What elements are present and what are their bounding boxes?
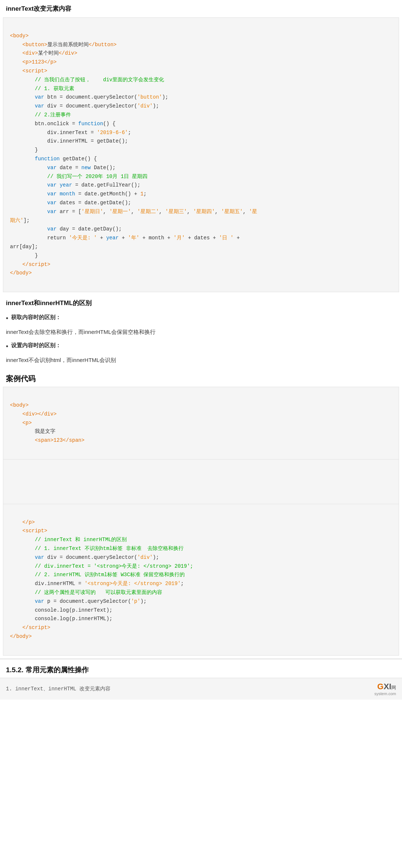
- section-heading-3: 案例代码: [0, 368, 402, 387]
- code-line-comment1: // 当我们点击了按钮， div里面的文字会发生变化: [10, 77, 164, 83]
- code-block-2-top: <body> <div></div> <p> 我是文字 <span>123</s…: [0, 387, 402, 459]
- code-line-day: var day = date.getDay();: [10, 226, 122, 232]
- code-line-innertext: div.innerText = '2019-6-6';: [10, 130, 131, 136]
- code-line-innerhtml: div.innerHTML = getDate();: [10, 138, 128, 144]
- text-2: innerText不会识别html，而innerHTML会识别: [0, 353, 402, 368]
- code2-line-div: <div></div>: [10, 411, 57, 417]
- code-line-div2: var div = document.querySelector('div');: [10, 103, 159, 109]
- logo-net: 网: [391, 685, 396, 690]
- code-line-getdate-func: function getDate() {: [10, 156, 97, 162]
- section-title-1: innerText改变元素内容: [0, 0, 402, 17]
- code-line-date: var date = new Date();: [10, 165, 116, 171]
- blank-space: [3, 459, 399, 504]
- logo-domain: system.com: [374, 691, 396, 696]
- code-line-onclick: btn.onclick = function() {: [10, 121, 116, 127]
- code2-console1: console.log(p.innerText);: [10, 607, 112, 613]
- bullet-item-2: • 设置内容时的区别：: [0, 340, 402, 353]
- code2-comment2: // 1. innerText 不识别html标签 非标准 去除空格和换行: [10, 546, 184, 551]
- code2-comment3: // div.innerText = '<strong>今天是: </stron…: [10, 563, 193, 569]
- code-block-2-bottom: </p> <script> // innerText 和 innerHTML的区…: [0, 504, 402, 656]
- code2-line-div2: var div = document.querySelector('div');: [10, 554, 159, 560]
- code-line-btn: var btn = document.querySelector('button…: [10, 94, 168, 100]
- code-line-p: <p>1123</p>: [10, 59, 57, 65]
- code-line-button: <button>显示当前系统时间</button>: [10, 42, 116, 48]
- tag-body2-open: <body>: [10, 402, 28, 408]
- code-line-arr: var arr = ['星期日', '星期一', '星期二', '星期三', '…: [10, 209, 257, 223]
- code-block-1: <body> <button>显示当前系统时间</button> <div>某个…: [0, 17, 402, 292]
- code-line-body-close: </body>: [10, 270, 32, 276]
- code-line-return: return '今天是: ' + year + '年' + month + '月…: [10, 235, 240, 250]
- bottom-bar: 1. innerText、innerHTML 改变元素内容 GXI网 syste…: [0, 678, 402, 700]
- tag-body-open: <body>: [10, 33, 28, 39]
- code-line-script-open: <script>: [10, 68, 47, 74]
- logo-g: G: [377, 682, 384, 691]
- code-line-year: var year = date.getFullYear();: [10, 182, 140, 188]
- code2-innerhtml: div.innerHTML = '<strong>今天是: </strong> …: [10, 581, 184, 587]
- code-line-month: var month = date.getMonth() + 1;: [10, 191, 147, 197]
- code2-line-p-open: <p>: [10, 420, 32, 426]
- code2-line-span: <span>123</span>: [10, 437, 85, 443]
- code2-comment5: // 这两个属性是可读写的 可以获取元素里面的内容: [10, 590, 162, 595]
- code-line-brace1: }: [10, 147, 38, 153]
- bullet-item-1: • 获取内容时的区别：: [0, 312, 402, 325]
- logo-xi: XI: [384, 682, 391, 691]
- code-line-comment4: // 我们写一个 2020年 10月 1日 星期四: [10, 174, 147, 180]
- bottom-bar-text: 1. innerText、innerHTML 改变元素内容: [6, 686, 110, 692]
- code-line-div: <div>某个时间</div>: [10, 50, 77, 56]
- code-line-comment3: // 2.注册事件: [10, 112, 71, 118]
- code2-console2: console.log(p.innerHTML);: [10, 616, 112, 622]
- text-1: innerText会去除空格和换行，而innerHTML会保留空格和换行: [0, 325, 402, 340]
- code2-comment1: // innerText 和 innerHTML的区别: [10, 537, 127, 543]
- code-line-dates: var dates = date.getDate();: [10, 200, 131, 206]
- code2-body-close: </body>: [10, 633, 32, 639]
- code2-line-text: 我是文字: [10, 428, 55, 434]
- section-sub-heading: 1.5.2. 常用元素的属性操作: [0, 659, 402, 678]
- code2-script-close: </script>: [10, 625, 50, 631]
- code-line-script-close: </script>: [10, 262, 50, 267]
- code2-p-close: </p>: [10, 519, 35, 525]
- code2-script-open: <script>: [10, 528, 47, 534]
- code2-var-p: var p = document.querySelector('p');: [10, 598, 147, 604]
- code-line-brace2: }: [10, 253, 38, 259]
- logo-area: GXI网 system.com: [374, 682, 396, 696]
- section-title-2: innerText和innerHTML的区别: [0, 292, 402, 312]
- code-line-comment2: // 1. 获取元素: [10, 86, 74, 92]
- code2-comment4: // 2. innerHTML 识别html标签 W3C标准 保留空格和换行的: [10, 572, 185, 578]
